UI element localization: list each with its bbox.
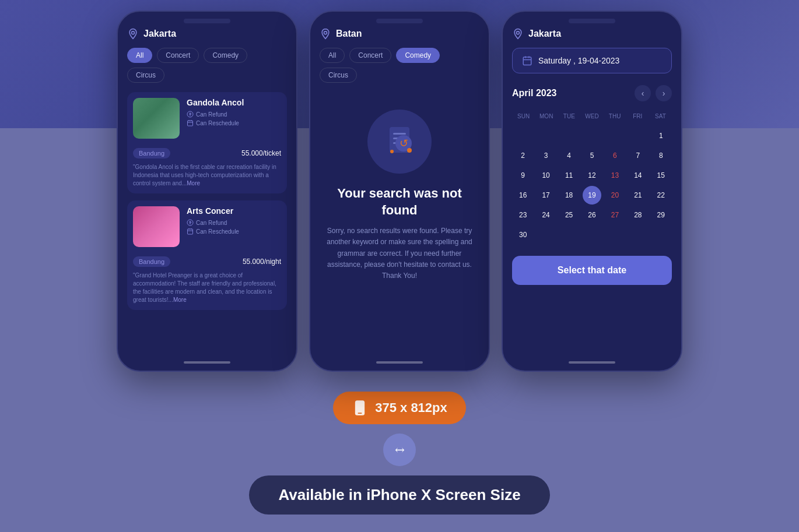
cal-day[interactable]: 5 bbox=[583, 146, 601, 165]
tab-circus-2[interactable]: Circus bbox=[320, 68, 357, 83]
cal-day-empty bbox=[537, 126, 555, 145]
phone3-location: Jakarta bbox=[528, 29, 561, 39]
location-icon-2 bbox=[320, 28, 331, 40]
event-1-badge-reschedule: Can Reschedule bbox=[187, 119, 281, 126]
event-2-desc: "Grand Hotel Preanger is a great choice … bbox=[127, 272, 287, 310]
cal-day[interactable]: 1 bbox=[651, 126, 670, 145]
phone-1-inner: Jakarta All Concert Comedy Circus Gandol… bbox=[118, 12, 296, 371]
cal-day[interactable]: 17 bbox=[537, 186, 555, 205]
phone-2: Batan All Concert Comedy Circus bbox=[309, 10, 490, 372]
phone2-filter-tabs: All Concert Comedy Circus bbox=[320, 48, 479, 83]
tab-circus-1[interactable]: Circus bbox=[127, 68, 164, 83]
tab-concert-2[interactable]: Concert bbox=[349, 48, 391, 63]
cal-day[interactable]: 2 bbox=[514, 146, 532, 165]
phone-3: Jakarta Saturday , 19-04-2023 April 2023… bbox=[502, 10, 682, 372]
event-1-title: Gandola Ancol bbox=[187, 98, 281, 107]
cal-day-red[interactable]: 27 bbox=[605, 206, 624, 224]
not-found-desc: Sorry, no search results were found. Ple… bbox=[320, 226, 479, 281]
event-1-more[interactable]: More bbox=[187, 180, 200, 186]
phone1-location: Jakarta bbox=[143, 29, 176, 39]
cal-day[interactable]: 4 bbox=[560, 146, 579, 165]
cal-day[interactable]: 11 bbox=[560, 166, 579, 185]
not-found-icon-wrap: ↺ bbox=[367, 110, 432, 174]
event-1-desc: "Gondola Ancol is the first cable car re… bbox=[127, 163, 287, 193]
not-found-title: Your search was not found bbox=[320, 185, 479, 219]
cal-day[interactable]: 14 bbox=[629, 166, 647, 185]
phone2-location-row: Batan bbox=[320, 28, 479, 40]
day-label-fri: FRI bbox=[626, 111, 649, 122]
cal-day[interactable]: 29 bbox=[651, 206, 670, 224]
calendar-next[interactable]: › bbox=[656, 85, 672, 101]
size-badge-row: 375 x 812px bbox=[333, 392, 466, 424]
cal-day[interactable]: 30 bbox=[514, 226, 532, 244]
cal-day[interactable]: 18 bbox=[560, 186, 579, 205]
phone1-filter-tabs: All Concert Comedy Circus bbox=[127, 48, 287, 83]
cal-day-red[interactable]: 20 bbox=[605, 186, 624, 205]
gondola-image bbox=[133, 98, 180, 139]
phones-row: Jakarta All Concert Comedy Circus Gandol… bbox=[117, 0, 682, 392]
event-2-badge-refund: Can Refund bbox=[187, 219, 281, 226]
main-container: Jakarta All Concert Comedy Circus Gandol… bbox=[0, 0, 799, 532]
calendar-prev[interactable]: ‹ bbox=[635, 85, 651, 101]
cal-day[interactable]: 24 bbox=[537, 206, 555, 224]
cal-day[interactable]: 12 bbox=[583, 166, 601, 185]
cal-day[interactable]: 16 bbox=[514, 186, 532, 205]
bottom-section: 375 x 812px ⤢ Available in iPhone X Scre… bbox=[249, 392, 549, 532]
phone-icon bbox=[352, 400, 368, 416]
svg-rect-2 bbox=[188, 121, 193, 126]
svg-point-20 bbox=[517, 31, 520, 34]
day-label-sat: SAT bbox=[649, 111, 672, 122]
svg-text:↺: ↺ bbox=[400, 138, 408, 149]
date-input[interactable]: Saturday , 19-04-2023 bbox=[512, 48, 672, 73]
cal-day[interactable]: 26 bbox=[583, 206, 601, 224]
tab-all-2[interactable]: All bbox=[320, 48, 345, 63]
cal-day[interactable]: 22 bbox=[651, 186, 670, 205]
cal-day[interactable]: 15 bbox=[651, 166, 670, 185]
cal-day[interactable]: 25 bbox=[560, 206, 579, 224]
available-badge: Available in iPhone X Screen Size bbox=[249, 475, 549, 515]
event-1-price: 55.000/ticket bbox=[241, 149, 281, 157]
tab-comedy-2[interactable]: Comedy bbox=[396, 48, 440, 63]
event-card-1: Gandola Ancol Can Refund Can Reschedule bbox=[127, 92, 287, 193]
cal-day-selected[interactable]: 19 bbox=[583, 186, 601, 205]
calendar-icon-2 bbox=[187, 228, 194, 235]
event-1-badge-refund: Can Refund bbox=[187, 111, 281, 118]
event-1-location: Bandung bbox=[133, 148, 170, 158]
cal-day[interactable]: 23 bbox=[514, 206, 532, 224]
cal-day[interactable]: 3 bbox=[537, 146, 555, 165]
svg-rect-26 bbox=[358, 413, 362, 414]
calendar-container: April 2023 ‹ › SUN MON TUE WED THU FRI bbox=[512, 85, 672, 244]
event-2-more[interactable]: More bbox=[173, 297, 187, 303]
cal-day[interactable]: 9 bbox=[514, 166, 532, 185]
location-icon-3 bbox=[512, 28, 524, 40]
svg-rect-13 bbox=[393, 133, 406, 135]
event-2-price: 55.000/night bbox=[243, 258, 281, 266]
tab-comedy-1[interactable]: Comedy bbox=[204, 48, 247, 63]
tab-all-1[interactable]: All bbox=[127, 48, 152, 63]
not-found-icon: ↺ bbox=[379, 121, 420, 162]
svg-point-11 bbox=[324, 31, 327, 34]
cal-day[interactable]: 7 bbox=[629, 146, 647, 165]
cal-day-empty bbox=[560, 126, 579, 145]
cal-day-red[interactable]: 6 bbox=[605, 146, 624, 165]
event-1-info: Gandola Ancol Can Refund Can Reschedule bbox=[187, 98, 281, 139]
cal-day[interactable]: 21 bbox=[629, 186, 647, 205]
tab-concert-1[interactable]: Concert bbox=[157, 48, 199, 63]
event-2-location: Bandung bbox=[133, 256, 170, 267]
resize-circle[interactable]: ⤢ bbox=[383, 434, 416, 466]
event-2-badge-reschedule: Can Reschedule bbox=[187, 228, 281, 235]
select-date-button[interactable]: Select that date bbox=[512, 256, 672, 285]
cal-day[interactable]: 10 bbox=[537, 166, 555, 185]
phone-2-inner: Batan All Concert Comedy Circus bbox=[310, 12, 489, 371]
cal-day-red[interactable]: 13 bbox=[605, 166, 624, 185]
cal-day[interactable]: 8 bbox=[651, 146, 670, 165]
phone-3-inner: Jakarta Saturday , 19-04-2023 April 2023… bbox=[503, 12, 681, 371]
phone1-location-row: Jakarta bbox=[127, 28, 287, 40]
svg-point-19 bbox=[390, 150, 394, 153]
cal-day[interactable]: 28 bbox=[629, 206, 647, 224]
dollar-icon bbox=[187, 111, 194, 118]
search-not-found-container: ↺ Your search was not found Sorry, no se… bbox=[320, 92, 479, 281]
event-card-2: Arts Concer Can Refund Can Reschedule bbox=[127, 200, 287, 310]
svg-rect-21 bbox=[523, 57, 531, 65]
cal-day-empty bbox=[629, 126, 647, 145]
